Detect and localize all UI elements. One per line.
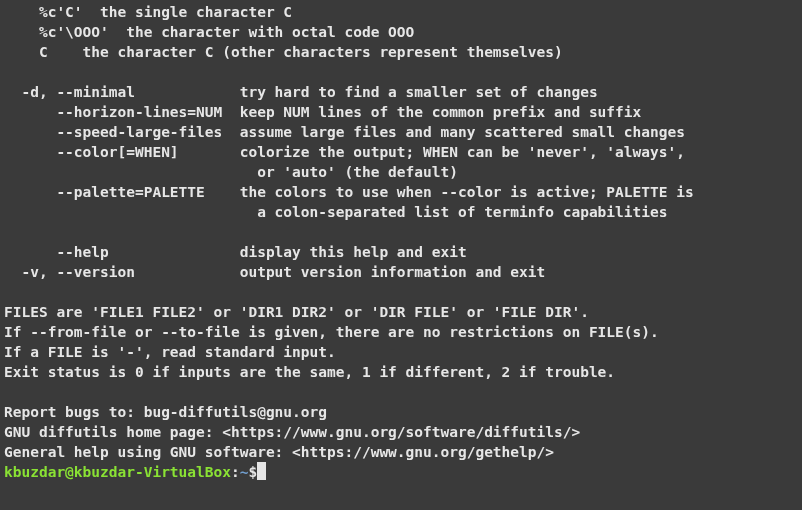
shell-prompt[interactable]: kbuzdar@kbuzdar-VirtualBox:~$ — [4, 464, 266, 480]
prompt-dollar: $ — [248, 464, 257, 480]
terminal-output: %c'C' the single character C %c'\OOO' th… — [4, 4, 694, 460]
prompt-user-host: kbuzdar@kbuzdar-VirtualBox — [4, 464, 231, 480]
cursor — [257, 462, 266, 480]
prompt-colon: : — [231, 464, 240, 480]
